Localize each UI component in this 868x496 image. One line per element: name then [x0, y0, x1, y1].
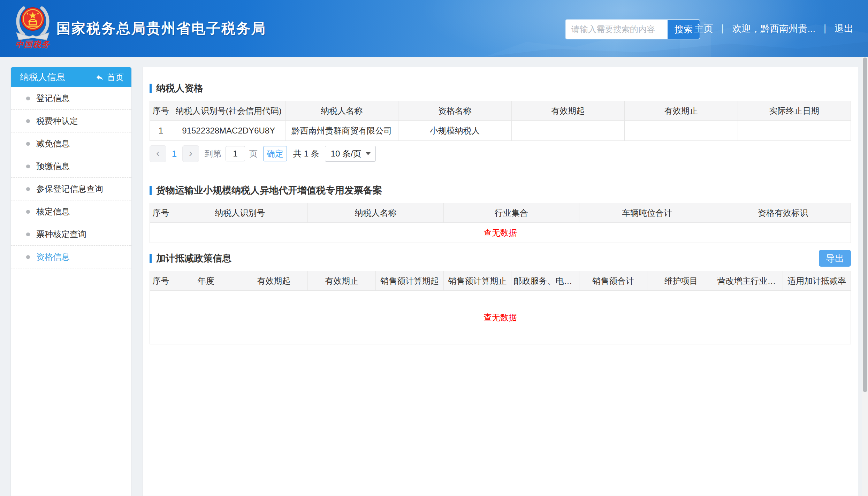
column-header: 有效期起: [511, 101, 625, 121]
bullet-icon: [26, 165, 30, 168]
pagination: ‹ 1 › 到第 页 确定 共 1 条 10 条/页: [150, 146, 851, 162]
search-input[interactable]: [566, 20, 668, 39]
empty-row: 查无数据: [150, 223, 851, 243]
column-header: 实际终止日期: [738, 101, 851, 121]
column-header: 行业集合: [443, 203, 579, 223]
nav-welcome-user[interactable]: 欢迎，黔西南州贵...: [732, 22, 815, 35]
sidebar: 纳税人信息 首页 登记信息 税费种认定 减免信息 预缴信息 参保登记信息查询 核…: [10, 67, 132, 496]
sidebar-item-canbao[interactable]: 参保登记信息查询: [11, 178, 131, 200]
column-header: 车辆吨位合计: [579, 203, 715, 223]
sidebar-item-label: 资格信息: [36, 251, 70, 262]
page-size-select[interactable]: 10 条/页: [325, 146, 376, 162]
sidebar-item-jianmian[interactable]: 减免信息: [11, 132, 131, 155]
cell-seq: 1: [150, 121, 172, 141]
cell-valid-to: [625, 121, 738, 141]
sidebar-item-label: 预缴信息: [36, 161, 70, 172]
bullet-icon: [26, 232, 30, 236]
cell-qualification: 小规模纳税人: [398, 121, 512, 141]
no-data-message: 查无数据: [150, 291, 851, 344]
section-title: 纳税人资格: [150, 82, 203, 94]
sidebar-item-label: 票种核定查询: [36, 229, 86, 240]
scrollbar-thumb[interactable]: [863, 58, 867, 392]
cell-actual-end: [738, 121, 851, 141]
table-row: 1 91522328MAC2DY6U8Y 黔西南州贵群商贸有限公司 小规模纳税人: [150, 121, 851, 141]
column-header: 资格有效标识: [715, 203, 851, 223]
logo-caption: 中国税务: [12, 39, 54, 50]
sidebar-item-zige[interactable]: 资格信息: [11, 246, 131, 268]
nav-separator: |: [721, 23, 724, 34]
table-header-row: 序号 纳税人识别号(社会信用代码) 纳税人名称 资格名称 有效期起 有效期止 实…: [150, 101, 851, 121]
section-deduction-policy-header: 加计抵减政策信息 导出: [150, 250, 851, 267]
sidebar-home-label: 首页: [107, 72, 124, 83]
section-title-text: 加计抵减政策信息: [156, 252, 231, 265]
cell-valid-from: [511, 121, 625, 141]
current-page[interactable]: 1: [166, 148, 182, 159]
column-header: 销售额计算期起: [376, 271, 444, 291]
deduction-policy-table: 序号 年度 有效期起 有效期止 销售额计算期起 销售额计算期止 邮政服务、电信.…: [150, 271, 851, 344]
reply-arrow-icon: [96, 73, 104, 82]
column-header: 有效期止: [308, 271, 376, 291]
page-unit-label: 页: [249, 148, 258, 159]
bullet-icon: [26, 142, 30, 146]
column-header: 资格名称: [398, 101, 512, 121]
section-taxpayer-qualification-header: 纳税人资格: [150, 80, 851, 97]
sidebar-item-label: 参保登记信息查询: [36, 183, 103, 194]
sidebar-item-shuifeizhong[interactable]: 税费种认定: [11, 110, 131, 132]
nav-logout-link[interactable]: 退出: [835, 22, 853, 35]
column-header: 纳税人识别号: [172, 203, 308, 223]
title-bar-icon: [150, 186, 152, 195]
table-header-row: 序号 年度 有效期起 有效期止 销售额计算期起 销售额计算期止 邮政服务、电信.…: [150, 271, 851, 291]
sidebar-item-dengji[interactable]: 登记信息: [11, 87, 131, 110]
section-title: 加计抵减政策信息: [150, 252, 231, 265]
column-header: 序号: [150, 203, 172, 223]
page-number-input[interactable]: [226, 146, 245, 161]
title-bar-icon: [150, 254, 152, 263]
top-nav: 主页 | 欢迎，黔西南州贵... | 退出: [694, 0, 853, 57]
table-header-row: 序号 纳税人识别号 纳税人名称 行业集合 车辆吨位合计 资格有效标识: [150, 203, 851, 223]
column-header: 纳税人名称: [308, 203, 443, 223]
column-header: 营改增主行业名称: [715, 271, 783, 291]
nav-home-link[interactable]: 主页: [694, 22, 713, 35]
vertical-scrollbar[interactable]: [862, 57, 868, 496]
goto-label: 到第: [205, 148, 221, 159]
taxpayer-qualification-table: 序号 纳税人识别号(社会信用代码) 纳税人名称 资格名称 有效期起 有效期止 实…: [150, 101, 851, 141]
page-title: 国家税务总局贵州省电子税务局: [56, 0, 266, 57]
sidebar-item-label: 登记信息: [36, 93, 70, 104]
content-body: 纳税人资格 序号 纳税人识别号(社会信用代码) 纳税人名称 资格名称 有效期起 …: [143, 67, 858, 369]
sidebar-item-heding[interactable]: 核定信息: [11, 200, 131, 223]
export-button[interactable]: 导出: [819, 250, 851, 267]
no-data-message: 查无数据: [150, 223, 851, 243]
empty-row: 查无数据: [150, 291, 851, 344]
bullet-icon: [26, 255, 30, 259]
bullet-icon: [26, 187, 30, 191]
china-tax-emblem-icon: [13, 2, 52, 41]
section-title: 货物运输业小规模纳税人异地代开增值税专用发票备案: [150, 184, 382, 197]
column-header: 纳税人名称: [285, 101, 398, 121]
sidebar-item-yujiao[interactable]: 预缴信息: [11, 155, 131, 178]
freight-filing-table: 序号 纳税人识别号 纳税人名称 行业集合 车辆吨位合计 资格有效标识 查无数据: [150, 203, 851, 243]
page-size-value: 10 条/页: [331, 148, 361, 159]
column-header: 邮政服务、电信...: [511, 271, 579, 291]
column-header: 维护项目: [647, 271, 715, 291]
column-header: 有效期止: [625, 101, 738, 121]
next-page-button[interactable]: ›: [182, 145, 199, 162]
sidebar-home-button[interactable]: 首页: [96, 72, 124, 83]
column-header: 纳税人识别号(社会信用代码): [172, 101, 285, 121]
main-panel: 纳税人资格 序号 纳税人识别号(社会信用代码) 纳税人名称 资格名称 有效期起 …: [142, 67, 858, 496]
bullet-icon: [26, 97, 30, 100]
header-search: 搜索: [566, 20, 700, 39]
bullet-icon: [26, 119, 30, 123]
chevron-down-icon: [366, 152, 371, 155]
top-header: 中国税务 国家税务总局贵州省电子税务局 搜索 主页 | 欢迎，黔西南州贵... …: [0, 0, 868, 57]
column-header: 序号: [150, 271, 172, 291]
bullet-icon: [26, 210, 30, 214]
column-header: 有效期起: [240, 271, 308, 291]
confirm-page-button[interactable]: 确定: [263, 146, 287, 161]
section-title-text: 货物运输业小规模纳税人异地代开增值税专用发票备案: [156, 184, 382, 197]
prev-page-button[interactable]: ‹: [150, 145, 166, 162]
sidebar-title: 纳税人信息: [20, 71, 65, 83]
section-title-text: 纳税人资格: [156, 82, 203, 94]
title-bar-icon: [150, 84, 152, 93]
sidebar-item-piaozhong[interactable]: 票种核定查询: [11, 223, 131, 246]
column-header: 销售额计算期止: [443, 271, 511, 291]
